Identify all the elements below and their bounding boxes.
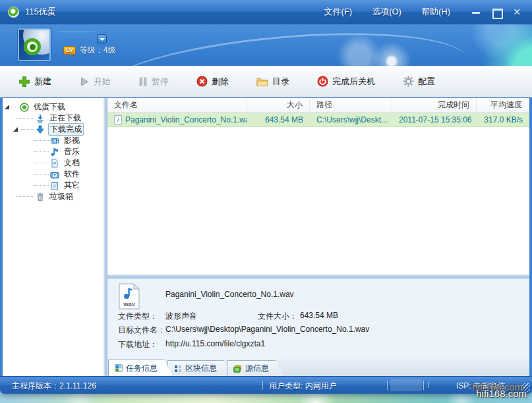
level-row: LV 等级：4级 [63, 45, 116, 56]
plus-icon [18, 76, 30, 88]
source-info-icon [233, 365, 242, 373]
play-icon [79, 76, 90, 87]
isp-text: ISP: 中国电信 [456, 381, 505, 392]
resize-grip[interactable] [521, 383, 530, 392]
main-area: 优蛋下载 正在下载 下载完成 影视 [3, 98, 529, 376]
software-icon [50, 170, 59, 179]
download-list: ♪ Paganini_Violin_Concerto_No.1.wav 643.… [107, 113, 529, 275]
header-banner: LV 等级：4级 [0, 24, 532, 66]
app-window: 115优蛋 文件(F) 选项(O) 帮助(H) ✕ LV 等级：4级 [0, 0, 532, 394]
task-info-icon [115, 364, 123, 372]
wav-file-icon: WAV [118, 283, 140, 309]
column-finish-time[interactable]: 完成时间 [392, 98, 477, 112]
block-info-icon [174, 365, 182, 373]
folder-icon [256, 76, 268, 87]
minimize-button[interactable] [471, 7, 481, 16]
start-button[interactable]: 开始 [73, 72, 117, 92]
user-type-text: 用户类型: 内网用户 [269, 381, 337, 392]
account-name-underline [58, 32, 95, 32]
column-size[interactable]: 大小 [247, 98, 310, 112]
statusbar-separator [387, 381, 388, 390]
desktop: 115优蛋 文件(F) 选项(O) 帮助(H) ✕ LV 等级：4级 [0, 0, 532, 403]
download-url-value: http://u.115.com/file/clgxzta1 [165, 339, 265, 348]
detail-filename: Paganini_Violin_Concerto_No.1.wav [165, 290, 294, 299]
new-task-button[interactable]: 新建 [12, 72, 58, 92]
app-logo-icon [8, 7, 19, 18]
download-url-label: 下载地址： [118, 339, 158, 350]
maximize-button[interactable] [492, 7, 501, 16]
tree-item-downloading[interactable]: 正在下载 [3, 113, 103, 124]
close-button[interactable]: ✕ [512, 7, 521, 16]
file-size-value: 643.54 MB [300, 311, 338, 320]
account-dropdown-button[interactable] [97, 34, 107, 43]
toolbar: 新建 开始 暂停 删除 目录 完成后关机 [0, 66, 532, 97]
notes-icon [50, 181, 59, 190]
tree-item-video[interactable]: 影视 [3, 135, 103, 146]
file-path: C:\Users\wjj\Deskt... [310, 115, 392, 124]
delete-button[interactable]: 删除 [190, 72, 235, 92]
tree-item-youdan-download[interactable]: 优蛋下载 [3, 101, 103, 113]
column-filename[interactable]: 文件名 [107, 98, 247, 112]
list-header: 文件名 大小 路径 完成时间 平均速度 [107, 98, 529, 113]
version-text: 主程序版本：2.1.11.126 [12, 381, 96, 392]
expand-arrow-icon[interactable] [5, 105, 9, 109]
open-folder-button[interactable]: 目录 [250, 72, 296, 92]
content-area: 文件名 大小 路径 完成时间 平均速度 ♪ Paganini_Violin_Co… [107, 98, 529, 376]
file-finish-time: 2011-07-15 15:35:06 [392, 115, 477, 124]
pause-icon [138, 76, 148, 87]
task-detail-panel: WAV Paganini_Violin_Concerto_No.1.wav 文件… [107, 279, 529, 359]
tree-item-trash[interactable]: 垃圾箱 [3, 191, 103, 202]
statusbar: 主程序版本：2.1.11.126 用户类型: 内网用户 I ISP: 中国电信 [0, 376, 532, 394]
downloading-icon [36, 114, 45, 123]
down-arrow-icon [36, 125, 45, 134]
detail-tabbar: 任务信息 区块信息 源信息 [107, 359, 529, 376]
level-text: 等级：4级 [80, 45, 116, 56]
lv-badge: LV [63, 46, 76, 55]
avatar[interactable] [18, 28, 51, 61]
column-path[interactable]: 路径 [310, 98, 392, 112]
music-note-icon [50, 148, 59, 157]
settings-button[interactable]: 配置 [396, 72, 442, 92]
tab-block-info[interactable]: 区块信息 [167, 360, 232, 376]
file-type-value: 波形声音 [165, 311, 197, 322]
expand-arrow-icon[interactable] [13, 127, 18, 132]
titlebar[interactable]: 115优蛋 文件(F) 选项(O) 帮助(H) ✕ [0, 0, 532, 24]
menubar: 文件(F) 选项(O) 帮助(H) [324, 6, 450, 18]
network-flag-text: I [427, 381, 429, 390]
target-file-value: C:\Users\wjj\Desktop\Paganini_Violin_Con… [165, 325, 369, 334]
menu-options[interactable]: 选项(O) [372, 6, 401, 18]
gear-icon [403, 76, 414, 87]
tree-item-software[interactable]: 软件 [3, 169, 103, 180]
tab-task-info[interactable]: 任务信息 [108, 360, 173, 376]
wav-label: WAV [123, 302, 135, 308]
menu-help[interactable]: 帮助(H) [421, 6, 450, 18]
file-size-label: 文件大小： [258, 311, 297, 322]
trash-icon [36, 192, 45, 202]
tab-source-info[interactable]: 源信息 [227, 360, 284, 376]
target-file-label: 目标文件名： [118, 325, 165, 336]
file-size: 643.54 MB [247, 115, 310, 124]
delete-x-icon [196, 76, 208, 87]
tree-item-music[interactable]: 音乐 [3, 146, 103, 157]
avatar-eye-icon [24, 38, 41, 55]
pause-button[interactable]: 暂停 [132, 72, 175, 92]
egg-icon [20, 103, 29, 112]
window-controls: ✕ [471, 7, 521, 16]
window-title: 115优蛋 [25, 6, 56, 18]
document-icon [50, 159, 59, 168]
power-icon [317, 76, 328, 87]
statusbar-separator [262, 381, 263, 390]
tree-item-documents[interactable]: 文档 [3, 157, 103, 169]
network-status-segment [390, 379, 422, 391]
tree-item-download-complete[interactable]: 下载完成 [3, 124, 103, 135]
category-tree: 优蛋下载 正在下载 下载完成 影视 [3, 98, 103, 376]
column-avg-speed[interactable]: 平均速度 [477, 98, 529, 112]
shutdown-when-done-button[interactable]: 完成后关机 [310, 72, 382, 92]
file-avg-speed: 317.0 KB/s [477, 115, 529, 124]
film-icon [50, 136, 59, 146]
file-type-label: 文件类型： [118, 311, 158, 322]
menu-file[interactable]: 文件(F) [324, 6, 353, 18]
file-row-selected[interactable]: ♪ Paganini_Violin_Concerto_No.1.wav 643.… [107, 113, 529, 127]
tree-item-other[interactable]: 其它 [3, 180, 103, 191]
file-name: Paganini_Violin_Concerto_No.1.wav [125, 115, 247, 124]
